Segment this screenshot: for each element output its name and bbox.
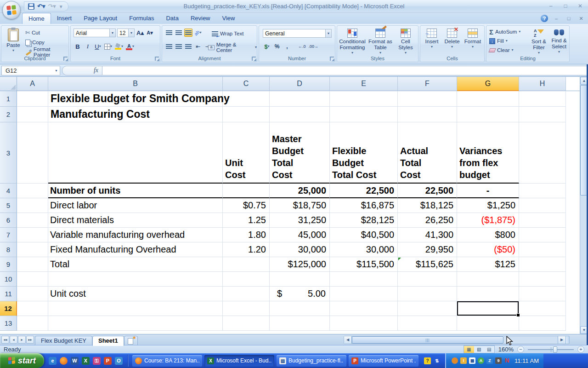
cell-E12[interactable] [330, 301, 398, 316]
wrap-text-button[interactable]: Wrap Text [212, 29, 243, 38]
cell-E10[interactable] [330, 272, 398, 287]
row-header-9[interactable]: 9 [0, 257, 17, 272]
cell-E11[interactable] [330, 287, 398, 301]
cell-G13[interactable] [457, 316, 519, 331]
cell-F12[interactable] [398, 301, 457, 316]
cell-E1[interactable] [330, 91, 398, 107]
tray-shield-icon[interactable]: ! [460, 357, 467, 364]
start-button[interactable]: start [0, 353, 44, 368]
cell-G4[interactable]: - [457, 184, 519, 198]
bottom-align-button[interactable] [184, 29, 192, 37]
cell-B11[interactable]: Unit cost [48, 287, 223, 301]
cell-E7[interactable]: $40,500 [330, 228, 398, 242]
tray-n-icon[interactable]: N [504, 357, 510, 364]
task-button-powerpoint[interactable]: P Microsoft PowerPoint ... [349, 355, 418, 367]
outlook-icon[interactable]: O [115, 357, 123, 365]
normal-view-icon[interactable]: ▦ [464, 346, 474, 353]
cell-B2[interactable]: Manufacturing Cost [48, 107, 223, 122]
cell-C10[interactable] [223, 272, 270, 287]
font-dialog-launcher[interactable] [155, 57, 159, 61]
format-painter-button[interactable]: Format Painter [25, 48, 68, 56]
font-name-combo[interactable]: Arial ▼ [74, 29, 116, 37]
decrease-decimal-button[interactable]: .00→ [308, 42, 319, 51]
scroll-left-icon[interactable]: ◀ [344, 336, 352, 344]
page-layout-view-icon[interactable]: ▧ [474, 346, 484, 353]
cell-D1[interactable] [270, 91, 330, 107]
select-all-button[interactable] [0, 77, 17, 91]
cell-D9[interactable]: $125,000 [270, 257, 330, 272]
column-header-E[interactable]: E [330, 77, 398, 91]
cell-A13[interactable] [17, 316, 48, 331]
format-as-table-button[interactable]: Format as Table ▾ [368, 27, 393, 54]
cell-D7[interactable]: 45,000 [270, 228, 330, 242]
cell-H4[interactable] [519, 184, 566, 198]
minimize-button[interactable]: – [546, 2, 556, 10]
row-header-1[interactable]: 1 [0, 91, 17, 107]
cell-B6[interactable]: Direct materials [48, 213, 223, 228]
cell-C6[interactable]: 1.25 [223, 213, 270, 228]
cell-F4[interactable]: 22,500 [398, 184, 457, 198]
close-button[interactable]: ✕ [575, 2, 585, 10]
word-icon[interactable]: W [71, 357, 79, 365]
clear-button[interactable]: Clear ▾ [489, 46, 520, 54]
cell-E6[interactable]: $28,125 [330, 213, 398, 228]
column-header-H[interactable]: H [519, 77, 566, 91]
row-header-13[interactable]: 13 [0, 316, 17, 331]
cell-A3[interactable] [17, 122, 48, 184]
tray-clock-icon[interactable] [452, 357, 458, 364]
cell-C11[interactable] [223, 287, 270, 301]
cell-G10[interactable] [457, 272, 519, 287]
cell-A4[interactable] [17, 184, 48, 198]
cell-D3[interactable]: Master Budget Total Cost [270, 122, 330, 184]
zoom-in-button[interactable]: + [577, 346, 584, 353]
help-notification-icon[interactable]: ? [424, 357, 431, 364]
cell-H2[interactable] [519, 107, 566, 122]
row-header-8[interactable]: 8 [0, 242, 17, 257]
task-button-budgeting-doc[interactable]: ▤ Budgeting_practice-fl... [277, 355, 346, 367]
cell-F9[interactable]: $115,625 [398, 257, 457, 272]
help-icon[interactable]: ? [541, 15, 548, 22]
cell-A2[interactable] [17, 107, 48, 122]
cell-B1[interactable]: Flexible Budget for Smith Company [48, 91, 223, 107]
cell-E9[interactable]: $115,500 [330, 257, 398, 272]
cell-G8[interactable]: ($50) [457, 242, 519, 257]
cell-F2[interactable] [398, 107, 457, 122]
align-left-button[interactable] [165, 42, 173, 51]
cell-F1[interactable] [398, 91, 457, 107]
cell-B10[interactable] [48, 272, 223, 287]
tab-home[interactable]: Home [22, 13, 51, 24]
cell-B12[interactable] [48, 301, 223, 316]
cell-D13[interactable] [270, 316, 330, 331]
autosum-button[interactable]: Σ AutoSum ▾ [489, 28, 520, 36]
cell-A12[interactable] [17, 301, 48, 316]
delete-cells-button[interactable]: Delete ▾ [442, 27, 462, 48]
cell-A1[interactable] [17, 91, 48, 107]
column-header-F[interactable]: F [398, 77, 457, 91]
zoom-slider[interactable] [528, 349, 574, 350]
cell-G9[interactable]: $125 [457, 257, 519, 272]
row-header-12[interactable]: 12 [0, 301, 17, 316]
cell-B7[interactable]: Variable manufacturing overhead [48, 228, 223, 242]
cell-H1[interactable] [519, 91, 566, 107]
orientation-button[interactable]: ab▾ [194, 29, 202, 37]
cell-D2[interactable] [270, 107, 330, 122]
row-header-2[interactable]: 2 [0, 107, 17, 122]
cell-E4[interactable]: 22,500 [330, 184, 398, 198]
merge-center-button[interactable]: Merge & Center ▾ [208, 43, 257, 52]
tab-formulas[interactable]: Formulas [123, 13, 160, 24]
last-sheet-icon[interactable]: ▸▸ [26, 336, 34, 344]
middle-align-button[interactable] [175, 29, 183, 37]
cell-G11[interactable] [457, 287, 519, 301]
cell-H11[interactable] [519, 287, 566, 301]
workbook-restore-button[interactable]: □ [565, 16, 573, 21]
tab-data[interactable]: Data [160, 13, 184, 24]
cell-G6[interactable]: ($1,875) [457, 213, 519, 228]
internet-explorer-icon[interactable]: e [49, 357, 57, 365]
cell-C1[interactable] [223, 91, 270, 107]
column-header-A[interactable]: A [17, 77, 48, 91]
cell-A6[interactable] [17, 213, 48, 228]
cell-H8[interactable] [519, 242, 566, 257]
insert-worksheet-icon[interactable] [124, 336, 138, 345]
save-icon[interactable] [28, 3, 34, 10]
cell-A8[interactable] [17, 242, 48, 257]
